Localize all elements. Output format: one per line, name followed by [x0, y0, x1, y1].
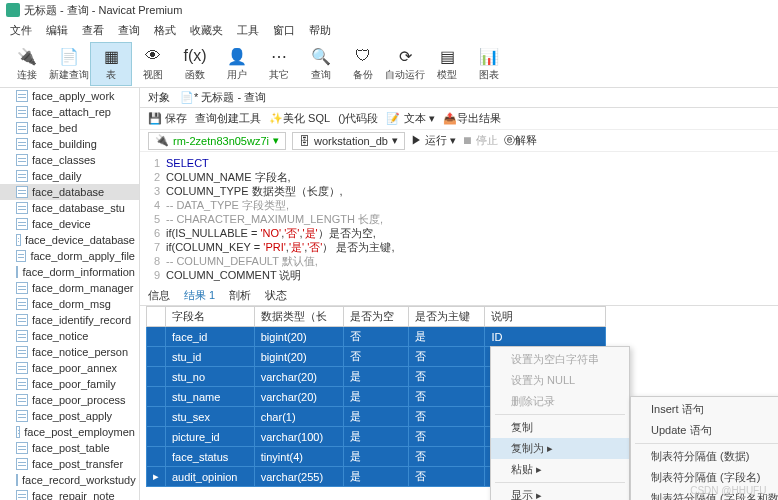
menu-文件[interactable]: 文件 — [10, 23, 32, 38]
table-face_bed[interactable]: face_bed — [0, 120, 139, 136]
cell[interactable]: 是 — [344, 447, 408, 467]
menu-收藏夹[interactable]: 收藏夹 — [190, 23, 223, 38]
cell[interactable]: 否 — [408, 427, 485, 447]
code-segment-button[interactable]: ()代码段 — [338, 111, 378, 126]
table-face_attach_rep[interactable]: face_attach_rep — [0, 104, 139, 120]
cell[interactable]: stu_name — [166, 387, 255, 407]
col-header[interactable]: 是否为空 — [344, 307, 408, 327]
cell[interactable]: ID — [485, 327, 606, 347]
table-face_notice_person[interactable]: face_notice_person — [0, 344, 139, 360]
cell[interactable]: 否 — [408, 347, 485, 367]
cell[interactable]: 否 — [408, 407, 485, 427]
table-face_poor_process[interactable]: face_poor_process — [0, 392, 139, 408]
beautify-button[interactable]: ✨美化 SQL — [269, 111, 330, 126]
toolbar-新建查询[interactable]: 📄新建查询 — [48, 42, 90, 86]
table-face_post_table[interactable]: face_post_table — [0, 440, 139, 456]
table-face_apply_work[interactable]: face_apply_work — [0, 88, 139, 104]
object-tree[interactable]: face_apply_workface_attach_repface_bedfa… — [0, 88, 140, 500]
table-face_database[interactable]: face_database — [0, 184, 139, 200]
table-face_database_stu[interactable]: face_database_stu — [0, 200, 139, 216]
ctx-item[interactable]: 粘贴 ▸ — [491, 459, 629, 480]
cell[interactable]: stu_id — [166, 347, 255, 367]
ctx-item[interactable]: 复制为 ▸ — [491, 438, 629, 459]
table-face_dorm_manager[interactable]: face_dorm_manager — [0, 280, 139, 296]
table-face_post_transfer[interactable]: face_post_transfer — [0, 456, 139, 472]
cell[interactable]: 否 — [408, 387, 485, 407]
table-face_dorm_apply_file[interactable]: face_dorm_apply_file — [0, 248, 139, 264]
cell[interactable]: 是 — [344, 407, 408, 427]
table-face_building[interactable]: face_building — [0, 136, 139, 152]
ctx-item[interactable]: 复制 — [491, 417, 629, 438]
menu-编辑[interactable]: 编辑 — [46, 23, 68, 38]
toolbar-模型[interactable]: ▤模型 — [426, 42, 468, 86]
cell[interactable]: tinyint(4) — [254, 447, 343, 467]
table-face_post_apply[interactable]: face_post_apply — [0, 408, 139, 424]
toolbar-自动运行[interactable]: ⟳自动运行 — [384, 42, 426, 86]
col-header[interactable]: 数据类型（长 — [254, 307, 343, 327]
toolbar-函数[interactable]: f(x)函数 — [174, 42, 216, 86]
cell[interactable]: 否 — [408, 467, 485, 487]
cell[interactable]: stu_sex — [166, 407, 255, 427]
ctx-item[interactable]: 显示 ▸ — [491, 485, 629, 500]
table-face_device_database[interactable]: face_device_database — [0, 232, 139, 248]
query-builder-button[interactable]: 查询创建工具 — [195, 111, 261, 126]
cell[interactable]: face_status — [166, 447, 255, 467]
tab-objects[interactable]: 对象 — [148, 90, 170, 105]
cell[interactable]: varchar(20) — [254, 387, 343, 407]
toolbar-连接[interactable]: 🔌连接 — [6, 42, 48, 86]
cell[interactable]: 是 — [344, 467, 408, 487]
cell[interactable]: char(1) — [254, 407, 343, 427]
ctx-sub-item[interactable]: 制表符分隔值 (数据) — [631, 446, 778, 467]
text-button[interactable]: 📝 文本 ▾ — [386, 111, 434, 126]
table-face_record_workstudy[interactable]: face_record_workstudy — [0, 472, 139, 488]
tab-query[interactable]: 📄* 无标题 - 查询 — [180, 90, 266, 105]
toolbar-表[interactable]: ▦表 — [90, 42, 132, 86]
cell[interactable]: 是 — [344, 387, 408, 407]
toolbar-其它[interactable]: ⋯其它 — [258, 42, 300, 86]
cell[interactable]: 是 — [344, 427, 408, 447]
menu-查询[interactable]: 查询 — [118, 23, 140, 38]
table-face_device[interactable]: face_device — [0, 216, 139, 232]
cell[interactable]: varchar(20) — [254, 367, 343, 387]
table-face_dorm_information[interactable]: face_dorm_information — [0, 264, 139, 280]
table-face_notice[interactable]: face_notice — [0, 328, 139, 344]
result-tab[interactable]: 剖析 — [229, 288, 251, 303]
result-tab[interactable]: 信息 — [148, 288, 170, 303]
cell[interactable]: 否 — [408, 447, 485, 467]
cell[interactable]: 是 — [344, 367, 408, 387]
table-face_daily[interactable]: face_daily — [0, 168, 139, 184]
menu-窗口[interactable]: 窗口 — [273, 23, 295, 38]
sql-editor[interactable]: 1SELECT2 COLUMN_NAME 字段名,3 COLUMN_TYPE 数… — [140, 152, 778, 286]
col-header[interactable]: 是否为主键 — [408, 307, 485, 327]
cell[interactable]: 否 — [344, 327, 408, 347]
context-menu[interactable]: 设置为空白字符串设置为 NULL删除记录复制复制为 ▸粘贴 ▸显示 ▸ — [490, 346, 630, 500]
connection-combo[interactable]: 🔌 rm-2zetn83n05wz7i ▾ — [148, 132, 286, 150]
table-face_dorm_msg[interactable]: face_dorm_msg — [0, 296, 139, 312]
ctx-sub-item[interactable]: Insert 语句 — [631, 399, 778, 420]
menu-帮助[interactable]: 帮助 — [309, 23, 331, 38]
toolbar-图表[interactable]: 📊图表 — [468, 42, 510, 86]
explain-button[interactable]: ⓔ解释 — [504, 133, 537, 148]
col-header[interactable]: 字段名 — [166, 307, 255, 327]
cell[interactable]: bigint(20) — [254, 327, 343, 347]
cell[interactable]: varchar(255) — [254, 467, 343, 487]
table-face_post_employmen[interactable]: face_post_employmen — [0, 424, 139, 440]
col-header[interactable]: 说明 — [485, 307, 606, 327]
table-face_poor_family[interactable]: face_poor_family — [0, 376, 139, 392]
ctx-sub-item[interactable]: Update 语句 — [631, 420, 778, 441]
cell[interactable]: 是 — [408, 327, 485, 347]
table-face_identify_record[interactable]: face_identify_record — [0, 312, 139, 328]
toolbar-备份[interactable]: 🛡备份 — [342, 42, 384, 86]
cell[interactable]: 否 — [344, 347, 408, 367]
toolbar-查询[interactable]: 🔍查询 — [300, 42, 342, 86]
menu-工具[interactable]: 工具 — [237, 23, 259, 38]
cell[interactable]: stu_no — [166, 367, 255, 387]
toolbar-视图[interactable]: 👁视图 — [132, 42, 174, 86]
result-tab[interactable]: 结果 1 — [184, 288, 215, 303]
toolbar-用户[interactable]: 👤用户 — [216, 42, 258, 86]
cell[interactable]: face_id — [166, 327, 255, 347]
cell[interactable]: varchar(100) — [254, 427, 343, 447]
schema-combo[interactable]: 🗄 workstation_db ▾ — [292, 132, 405, 150]
menu-查看[interactable]: 查看 — [82, 23, 104, 38]
table-face_repair_note[interactable]: face_repair_note — [0, 488, 139, 500]
